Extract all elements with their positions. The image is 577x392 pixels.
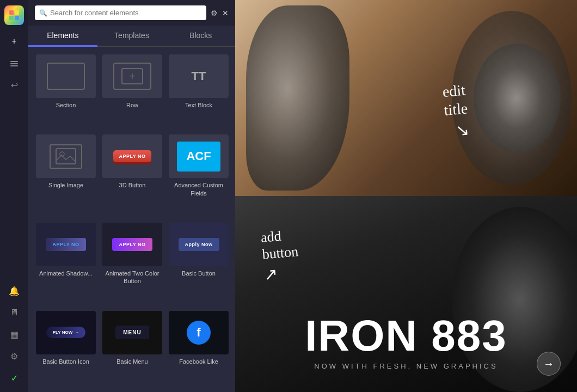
search-icon: 🔍 <box>39 9 47 17</box>
annotation-add-text: addbutton <box>260 228 299 262</box>
layers-icon[interactable] <box>5 54 23 72</box>
element-3d-button[interactable]: APPLY NO 3D Button <box>102 134 162 216</box>
svg-rect-4 <box>10 61 18 62</box>
canvas-bottom-section: IRON 883 NOW WITH FRESH, NEW GRAPHICS <box>235 196 577 392</box>
element-animated-shadow[interactable]: APPLY NO Animated Shadow... <box>36 223 96 304</box>
tab-elements[interactable]: Elements <box>28 26 97 47</box>
element-basic-button[interactable]: Apply Now Basic Button <box>169 223 229 304</box>
svg-rect-7 <box>56 149 76 164</box>
panel-search-bar: 🔍 ⚙ ✕ <box>28 0 235 26</box>
element-image-thumb <box>36 134 96 178</box>
basicbtnico-preview: PLY NOW → <box>46 327 85 338</box>
search-wrap: 🔍 <box>35 5 206 20</box>
settings-icon[interactable]: ⚙ <box>5 347 23 365</box>
row-preview: + <box>113 63 151 90</box>
element-section[interactable]: Section <box>36 54 96 128</box>
elements-panel: 🔍 ⚙ ✕ Elements Templates Blocks Section … <box>28 0 235 392</box>
element-animated-two-color[interactable]: APPLY NO Animated Two Color Button <box>102 223 162 304</box>
canvas-headline: IRON 883 NOW WITH FRESH, NEW GRAPHICS <box>305 314 507 370</box>
element-single-image[interactable]: Single Image <box>36 134 96 216</box>
element-row-thumb: + <box>102 54 162 98</box>
element-fb-label: Facebook Like <box>179 358 218 365</box>
text-preview: TT <box>192 69 206 83</box>
element-row[interactable]: + Row <box>102 54 162 128</box>
element-section-label: Section <box>56 101 76 109</box>
element-facebook-like[interactable]: f Facebook Like <box>169 311 229 384</box>
row-inner-preview: + <box>121 68 143 84</box>
svg-rect-1 <box>15 10 19 15</box>
panel-settings-icon[interactable]: ⚙ <box>211 9 218 17</box>
canvas-subtitle: NOW WITH FRESH, NEW GRAPHICS <box>305 362 507 370</box>
element-text-label: Text Block <box>185 101 212 109</box>
element-menu-thumb: MENU <box>102 311 162 354</box>
element-basicbtn-thumb: Apply Now <box>169 223 229 266</box>
element-text-block[interactable]: TT Text Block <box>169 54 229 128</box>
svg-rect-6 <box>10 65 18 66</box>
element-animbtn-label: Animated Shadow... <box>39 270 93 277</box>
element-animbtn2-label: Animated Two Color Button <box>102 270 162 285</box>
element-acf-thumb: ACF <box>169 134 229 178</box>
image-preview <box>50 144 82 169</box>
element-text-thumb: TT <box>169 54 229 98</box>
annotation-edit-text: edittitle <box>442 81 469 118</box>
element-3dbtn-thumb: APPLY NO <box>102 134 162 178</box>
annotation-add-button: addbutton ↗ <box>260 226 301 285</box>
bell-icon[interactable]: 🔔 <box>5 282 23 299</box>
svg-rect-5 <box>10 63 18 64</box>
element-basic-menu[interactable]: MENU Basic Menu <box>102 311 162 384</box>
canvas-next-arrow[interactable]: → <box>537 352 561 376</box>
tab-blocks[interactable]: Blocks <box>166 26 235 47</box>
3dbtn-preview: APPLY NO <box>113 150 151 162</box>
basicbtnico-text: PLY NOW <box>53 330 72 335</box>
panel-search-actions: ⚙ ✕ <box>211 9 229 17</box>
arrow-icon: → <box>75 330 79 335</box>
add-icon[interactable]: + <box>5 33 23 50</box>
animbtn-preview: APPLY NO <box>46 238 85 251</box>
fb-preview: f <box>187 321 211 345</box>
desktop-icon[interactable]: 🖥 <box>5 304 23 321</box>
element-acf-label: Advanced Custom Fields <box>169 181 229 197</box>
element-image-label: Single Image <box>48 181 83 189</box>
canvas-top-section <box>235 0 577 196</box>
basicbtn-preview: Apply Now <box>179 238 219 251</box>
svg-rect-0 <box>9 10 14 15</box>
annotation-edit-arrow: ↙ <box>445 120 471 142</box>
app-logo[interactable] <box>4 5 24 25</box>
acf-preview: ACF <box>177 142 220 171</box>
menu-preview: MENU <box>115 326 149 339</box>
canvas-main-title: IRON 883 <box>305 314 507 358</box>
main-canvas: IRON 883 NOW WITH FRESH, NEW GRAPHICS ed… <box>235 0 577 392</box>
animbtn2-preview: APPLY NO <box>112 238 152 251</box>
annotation-add-arrow: ↗ <box>263 262 300 285</box>
save-icon[interactable]: ✓ <box>5 369 23 387</box>
sidebar-left: + ↩ 🔔 🖥 ▦ ⚙ ✓ <box>0 0 28 392</box>
search-input[interactable] <box>35 5 206 20</box>
panel-close-icon[interactable]: ✕ <box>222 9 229 17</box>
svg-rect-2 <box>9 16 14 20</box>
elements-grid: Section + Row TT Text Block <box>28 47 235 392</box>
svg-rect-3 <box>15 16 19 20</box>
element-3dbtn-label: 3D Button <box>119 181 146 189</box>
element-basic-button-icon[interactable]: PLY NOW → Basic Button Icon <box>36 311 96 384</box>
element-basicbtnico-thumb: PLY NOW → <box>36 311 96 354</box>
element-animbtn2-thumb: APPLY NO <box>102 223 162 266</box>
tab-templates[interactable]: Templates <box>97 26 167 47</box>
element-basicbtn-label: Basic Button <box>182 270 216 277</box>
element-section-thumb <box>36 54 96 98</box>
element-acf[interactable]: ACF Advanced Custom Fields <box>169 134 229 216</box>
element-row-label: Row <box>126 101 138 109</box>
element-fb-thumb: f <box>169 311 229 354</box>
element-animbtn-thumb: APPLY NO <box>36 223 96 266</box>
element-basicbtnico-label: Basic Button Icon <box>42 358 89 365</box>
panel-tabs: Elements Templates Blocks <box>28 26 235 47</box>
template-icon[interactable]: ▦ <box>5 326 23 343</box>
section-preview <box>47 63 85 90</box>
element-menu-label: Basic Menu <box>116 358 148 365</box>
undo-icon[interactable]: ↩ <box>5 76 23 94</box>
